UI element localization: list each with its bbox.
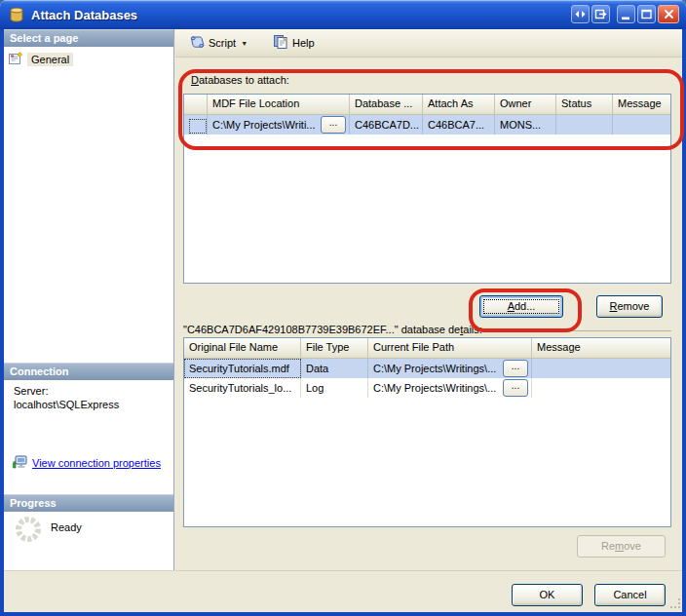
database-cylinder-icon [8, 6, 25, 23]
details-group-rule [487, 330, 671, 331]
cell-original-file-name: SecurityTutorials.mdf [184, 359, 301, 378]
sidebar-item-general[interactable]: General [8, 51, 73, 68]
column-header-message[interactable]: Message [613, 95, 670, 114]
help-button[interactable]: Help [267, 31, 321, 55]
maximize-button[interactable] [637, 5, 656, 23]
cancel-button[interactable]: Cancel [594, 584, 666, 606]
sidebar: Select a page General Connection Server:… [4, 29, 174, 570]
table-row[interactable]: C:\My Projects\Writi... ... C46BCA7D... … [184, 115, 670, 135]
grid1-row-selector-header[interactable] [184, 95, 208, 114]
move-window-button[interactable] [591, 5, 610, 23]
cell-mdf-file-location: C:\My Projects\Writi... ... [208, 115, 350, 135]
close-button[interactable] [658, 5, 679, 23]
column-header-current-file-path[interactable]: Current File Path [368, 338, 532, 358]
cell-attach-as: C46BCA7... [423, 115, 495, 135]
database-details-label: "C46BCA7D6AF429108B7739E39B672EF..." dat… [183, 324, 671, 335]
browse-button[interactable]: ... [503, 360, 528, 377]
row-focus-marker [189, 119, 207, 134]
minimize-icon [619, 7, 633, 21]
toolbar: Script ▼ Help [175, 29, 682, 58]
resize-grip[interactable] [670, 598, 682, 612]
general-page-icon [8, 51, 23, 68]
column-header-mdf-file-location[interactable]: MDF File Location [208, 95, 350, 114]
view-connection-properties-row: View connection properties [12, 454, 161, 472]
titlebar-buttons [569, 5, 679, 23]
column-header-database[interactable]: Database ... [350, 95, 423, 114]
server-label: Server: [14, 384, 119, 398]
grid2-header-row: Original File Name File Type Current Fil… [184, 338, 670, 359]
progress-spinner-icon [14, 515, 43, 546]
cell-database: C46BCA7D... [350, 115, 423, 135]
database-details-grid: Original File Name File Type Current Fil… [183, 337, 671, 527]
databases-to-attach-label: Databases to attach: [191, 74, 289, 86]
minimize-button[interactable] [617, 5, 635, 23]
view-connection-properties-link[interactable]: View connection properties [32, 457, 161, 469]
progress-header: Progress [4, 494, 173, 512]
column-header-message[interactable]: Message [532, 338, 670, 358]
cell-message [532, 359, 670, 378]
column-header-owner[interactable]: Owner [495, 95, 556, 114]
script-button-label: Script [209, 37, 236, 49]
column-header-file-type[interactable]: File Type [301, 338, 368, 358]
select-a-page-header: Select a page [4, 29, 173, 47]
column-header-attach-as[interactable]: Attach As [423, 95, 495, 114]
cell-status [556, 115, 613, 135]
databases-to-attach-grid: MDF File Location Database ... Attach As… [183, 94, 671, 284]
remove-button[interactable]: Remove [596, 295, 663, 318]
window-border-right [682, 29, 686, 612]
sidebar-item-general-label: General [27, 53, 73, 66]
browse-button[interactable]: ... [321, 116, 346, 134]
connection-properties-icon [12, 454, 27, 472]
cell-message [532, 378, 670, 398]
progress-status: Ready [51, 521, 82, 546]
cell-file-type: Data [301, 359, 368, 378]
cell-file-type: Log [301, 378, 368, 398]
connection-header: Connection [4, 363, 173, 380]
maximize-icon [639, 7, 654, 21]
table-row[interactable]: SecurityTutorials_lo... Log C:\My Projec… [184, 378, 670, 398]
script-scroll-icon [189, 34, 205, 52]
help-button-label: Help [292, 37, 315, 49]
left-right-arrows-button[interactable] [571, 5, 590, 23]
close-icon [662, 7, 676, 21]
cell-current-file-path: C:\My Projects\Writings\... ... [368, 378, 532, 398]
window-title: Attach Databases [31, 8, 137, 22]
ok-button[interactable]: OK [512, 584, 583, 606]
main-panel: Script ▼ Help Databases to attach: [175, 29, 682, 570]
cell-current-file-path: C:\My Projects\Writings\... ... [368, 359, 532, 378]
cell-original-file-name: SecurityTutorials_lo... [184, 378, 301, 398]
browse-button[interactable]: ... [503, 379, 528, 397]
titlebar[interactable]: Attach Databases [0, 0, 686, 29]
script-dropdown-arrow-icon[interactable]: ▼ [241, 40, 248, 47]
column-header-status[interactable]: Status [556, 95, 613, 114]
window-border-bottom [0, 612, 686, 616]
attach-databases-dialog: Attach Databases [0, 0, 686, 616]
script-button[interactable]: Script ▼ [183, 31, 253, 55]
left-right-arrows-icon [573, 7, 588, 21]
cell-message [613, 115, 670, 135]
grid1-header-row: MDF File Location Database ... Attach As… [184, 95, 670, 115]
add-button[interactable]: Add... [479, 295, 563, 318]
server-value: localhost\SQLExpress [14, 398, 119, 411]
cell-owner: MONS... [495, 115, 556, 135]
remove-details-button[interactable]: Remove [577, 535, 666, 558]
connection-info: Server: localhost\SQLExpress [14, 384, 119, 411]
footer-separator [4, 570, 682, 571]
column-header-original-file-name[interactable]: Original File Name [184, 338, 301, 358]
progress-row: Ready [14, 515, 82, 546]
help-pages-icon [273, 34, 288, 52]
table-row[interactable]: SecurityTutorials.mdf Data C:\My Project… [184, 359, 670, 378]
window-out-arrow-icon [593, 7, 608, 21]
row-selector-cell[interactable] [184, 115, 208, 135]
